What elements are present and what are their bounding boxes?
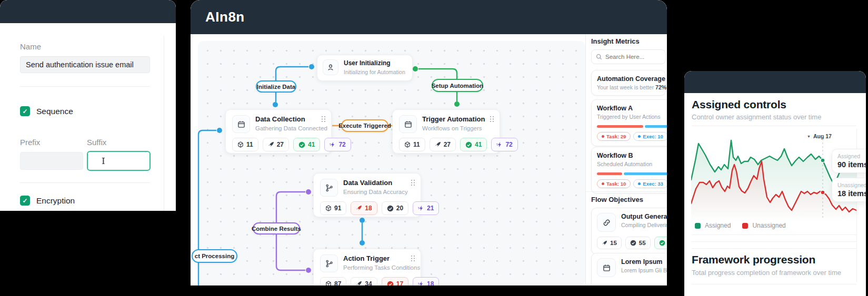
card-workflow-a[interactable]: Workflow A Triggered by User Actions Tas… [591, 99, 667, 146]
encryption-row[interactable]: ✓ Encryption [20, 196, 75, 206]
node-subtitle: Initializing for Automation [344, 69, 405, 75]
suffix-input-focused[interactable] [87, 151, 151, 171]
legend-swatch-unassigned [742, 223, 748, 229]
pill-ct-processing[interactable]: ct Processing [192, 249, 237, 263]
divider [586, 191, 667, 192]
chart-legend: Assigned Unassigned [695, 222, 786, 229]
node-data-validation[interactable]: Data Validation Ensuring Data Accuracy 9… [313, 173, 421, 217]
tooltip-value: 90 items [837, 160, 866, 169]
cube-icon [325, 281, 332, 285]
node-data-collection[interactable]: Data Collection Gathering Data Connected… [225, 109, 332, 154]
tooltip-unassigned: Unassigned 18 items [832, 178, 866, 202]
assigned-marker-dot [821, 158, 825, 162]
rocket-icon [268, 141, 274, 148]
drag-handle-icon[interactable] [490, 115, 494, 125]
rocket-icon [356, 281, 362, 285]
form-panel: Name ✓ Sequence Prefix Suffix ✓ Encrypti… [0, 0, 176, 211]
exec-badge: Exec: 10 [633, 132, 667, 141]
drag-handle-icon[interactable] [321, 115, 326, 125]
tooltip-value: 18 items [837, 189, 866, 198]
card-title: Workflow B [597, 152, 667, 159]
bolt-icon [418, 205, 424, 211]
card-subtitle: Lorem Ipsum Gli Bel [621, 267, 667, 273]
search-input[interactable] [605, 54, 658, 60]
check-circle-icon [387, 281, 394, 286]
divider [692, 241, 856, 242]
stat-badge: 41 [460, 138, 487, 151]
user-icon [323, 59, 338, 75]
check-circle-icon [298, 141, 305, 148]
legend-unassigned: Unassigned [742, 222, 785, 229]
sequence-label: Sequence [36, 107, 73, 116]
assigned-controls-title: Assigned controls [692, 98, 786, 111]
stat-badge: 27 [263, 138, 289, 151]
node-subtitle: Workflows on Triggers [422, 125, 485, 131]
encryption-checkbox-checked[interactable]: ✓ [20, 196, 30, 206]
rocket-icon [602, 240, 607, 246]
stat-badge: 91 [320, 201, 346, 215]
drag-handle-icon[interactable] [411, 179, 415, 188]
stat-badge: 15 [597, 237, 622, 249]
search-box[interactable] [591, 49, 666, 64]
stat-badge: 18 [413, 277, 439, 285]
cube-icon [237, 141, 244, 148]
calendar-icon [232, 115, 250, 133]
stat-badge: 21 [413, 201, 439, 215]
tooltip-label: Unassigned [837, 182, 866, 188]
exec-badge: Exec: 33 [633, 179, 667, 188]
pill-execute-triggered[interactable]: Execute Triggered [341, 119, 388, 132]
prefix-label: Prefix [20, 138, 40, 147]
drag-handle-icon[interactable] [411, 254, 415, 264]
stat-badge: 87 [320, 277, 346, 285]
card-automation-coverage[interactable]: Automation Coverage Your last week is be… [591, 70, 666, 96]
bolt-icon [496, 141, 503, 148]
framework-progression-subtitle: Total progress completion of framework o… [692, 269, 841, 277]
divider [692, 126, 856, 126]
form-panel-header [0, 0, 176, 23]
assigned-controls-subtitle: Control owner assignment status over tim… [692, 113, 821, 121]
name-input[interactable] [20, 56, 150, 73]
pill-combine-results[interactable]: Combine Results [253, 222, 300, 234]
rocket-icon [435, 141, 441, 148]
card-title: Workflow A [597, 105, 667, 112]
cube-icon [404, 141, 411, 148]
legend-assigned: Assigned [695, 222, 731, 229]
card-workflow-b[interactable]: Workflow B Scheduled Automation Task: 10… [591, 147, 667, 193]
stat-badge: 18 [351, 201, 377, 215]
divider [20, 86, 150, 87]
stat-badge: 72 [324, 138, 351, 151]
prefix-input[interactable] [20, 152, 83, 170]
node-user-initializing[interactable]: User Initializing Initializing for Autom… [317, 55, 413, 81]
stat-badge: 20 [382, 201, 408, 215]
stat-badge: 11 [399, 138, 425, 151]
encryption-label: Encryption [36, 196, 75, 206]
form-panel-body: Name ✓ Sequence Prefix Suffix ✓ Encrypti… [0, 23, 176, 211]
panel-divider [164, 36, 164, 211]
sequence-checkbox-checked[interactable]: ✓ [20, 106, 30, 116]
pill-initialize-data[interactable]: Initialize Data [256, 80, 296, 93]
unassigned-marker-dot [821, 190, 825, 195]
card-title: Automation Coverage [597, 75, 660, 83]
tooltip-label: Assigned [837, 153, 866, 159]
node-title: Data Collection [255, 115, 327, 124]
workflow-app-panel: AIn8n [191, 0, 667, 285]
branch-icon [320, 179, 338, 197]
card-lorem-ipsum[interactable]: Lorem Ipsum Lorem Ipsum Gli Bel [591, 253, 667, 285]
stat-badge: 72 [491, 138, 517, 151]
sidebar-title: Insight Metrics [591, 37, 640, 45]
calendar-icon [597, 258, 616, 277]
card-subtitle: Scheduled Automation [597, 161, 667, 167]
node-trigger-automation[interactable]: Trigger Automation Workflows on Triggers… [392, 109, 500, 154]
card-output-generation[interactable]: Output Generation Compiling Delivering G… [591, 208, 667, 254]
card-subtitle: Triggered by User Actions [597, 114, 667, 120]
stat-badge: 17 [382, 277, 408, 285]
sequence-row[interactable]: ✓ Sequence [20, 106, 73, 116]
pill-setup-automation[interactable]: Setup Automation [432, 79, 483, 92]
app-header: AIn8n [191, 0, 667, 34]
node-action-trigger[interactable]: Action Trigger Performing Tasks Conditio… [313, 249, 421, 285]
page-background: Name ✓ Sequence Prefix Suffix ✓ Encrypti… [0, 0, 868, 296]
link-icon [597, 213, 616, 232]
card-subtitle: Compiling Delivering G [621, 222, 667, 228]
card-title: Lorem Ipsum [621, 258, 667, 266]
card-subtitle: Your last week is better 72% [597, 84, 660, 90]
